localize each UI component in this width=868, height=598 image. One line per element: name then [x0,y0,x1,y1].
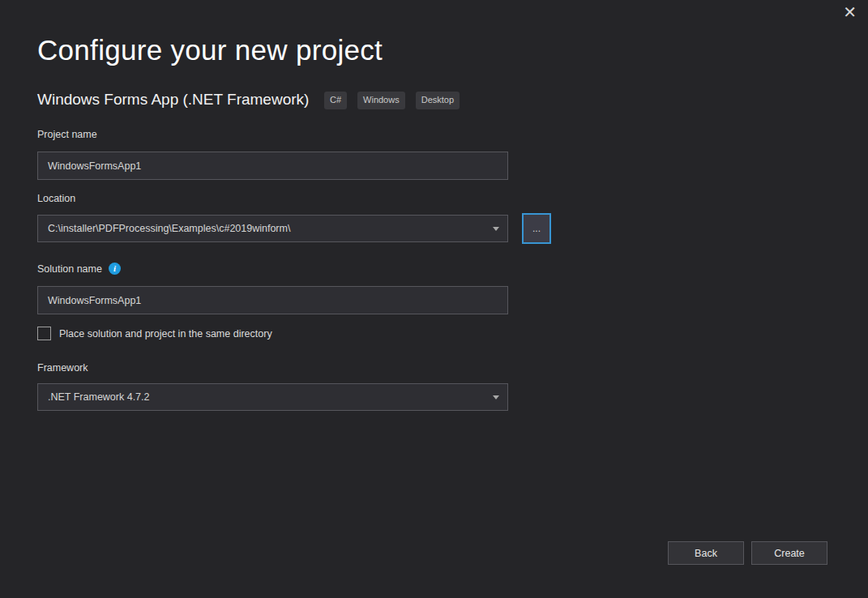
back-label: Back [695,548,717,559]
browse-label: ... [532,223,541,234]
create-label: Create [774,548,805,559]
framework-label: Framework [37,362,88,374]
project-name-label: Project name [37,129,97,140]
create-button[interactable]: Create [751,541,827,565]
project-name-input[interactable]: WindowsFormsApp1 [37,152,508,180]
tag-windows: Windows [357,92,405,109]
location-value: C:\installer\PDFProcessing\Examples\c#20… [48,223,290,234]
solution-name-label: Solution name [37,263,102,275]
same-directory-label: Place solution and project in the same d… [59,328,272,340]
location-label: Location [37,193,75,204]
location-combo[interactable]: C:\installer\PDFProcessing\Examples\c#20… [37,215,508,242]
framework-value: .NET Framework 4.7.2 [48,391,150,403]
solution-name-input[interactable]: WindowsFormsApp1 [37,286,508,314]
project-type-subtitle: Windows Forms App (.NET Framework) [37,91,309,109]
framework-combo[interactable]: .NET Framework 4.7.2 [37,383,508,411]
chevron-down-icon [493,227,499,231]
solution-name-value: WindowsFormsApp1 [48,295,141,306]
same-directory-checkbox[interactable] [37,327,51,340]
back-button[interactable]: Back [668,541,744,565]
close-icon[interactable]: ✕ [843,3,857,21]
tag-desktop: Desktop [416,92,460,109]
info-icon[interactable]: i [109,263,121,275]
page-title: Configure your new project [37,34,383,66]
project-name-value: WindowsFormsApp1 [48,160,141,172]
tag-csharp: C# [324,92,347,109]
chevron-down-icon [493,395,499,399]
tag-list: C# Windows Desktop [324,92,460,109]
browse-button[interactable]: ... [522,213,551,244]
